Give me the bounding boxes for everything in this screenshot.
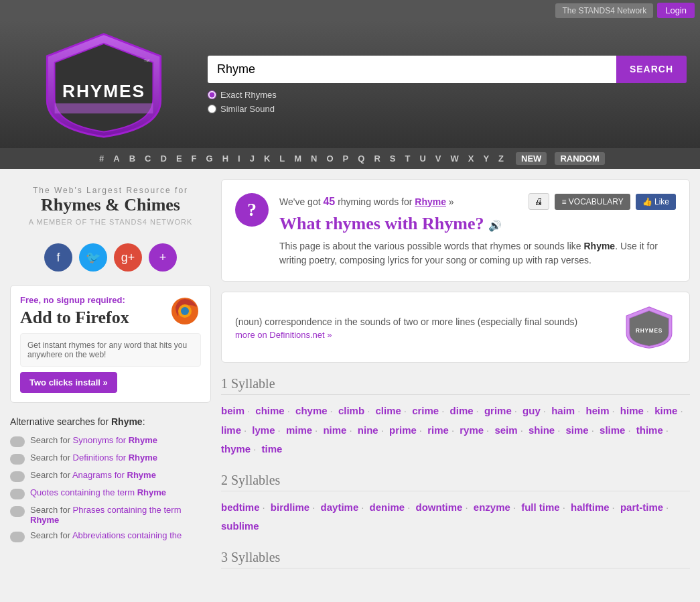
nav-t[interactable]: T <box>401 152 414 165</box>
nav-s[interactable]: S <box>386 152 400 165</box>
anagrams-link[interactable]: Anagrams for Rhyme <box>72 470 156 480</box>
rhyme-word[interactable]: grime <box>484 405 512 416</box>
rhyme-word[interactable]: lyme <box>252 424 275 436</box>
rhyme-word[interactable]: chime <box>255 405 284 416</box>
rhyme-word[interactable]: sime <box>566 424 589 436</box>
definitions-link[interactable]: Definitions for Rhyme <box>73 453 157 463</box>
rhyme-word[interactable]: rime <box>427 424 449 436</box>
synonyms-link[interactable]: Synonyms for Rhyme <box>73 435 157 445</box>
phrases-link[interactable]: Phrases containing the term Rhyme <box>30 505 181 525</box>
rhyme-word[interactable]: prime <box>389 424 417 436</box>
info-top: We've got 45 rhyming words for Rhyme » 🖨… <box>279 193 676 210</box>
facebook-icon[interactable]: f <box>44 243 72 272</box>
nav-new[interactable]: NEW <box>516 152 547 165</box>
alt-abbreviations: Search for Abbreviations containing the <box>10 528 211 545</box>
nav-y[interactable]: Y <box>479 152 493 165</box>
rhyme-word[interactable]: heim <box>585 405 609 416</box>
rhyme-word[interactable]: dime <box>450 405 474 416</box>
nav-d[interactable]: D <box>157 152 171 165</box>
definition-box: (noun) correspondence in the sounds of t… <box>221 292 690 363</box>
nav-m[interactable]: M <box>290 152 305 165</box>
rhyme-word[interactable]: thyme <box>221 443 251 455</box>
word-link[interactable]: Rhyme <box>415 196 446 207</box>
search-input[interactable] <box>208 56 616 83</box>
nav-h[interactable]: H <box>218 152 232 165</box>
nav-f[interactable]: F <box>188 152 201 165</box>
add-icon[interactable]: + <box>149 243 177 272</box>
rhyme-word[interactable]: guy <box>522 405 541 416</box>
rhyme-word[interactable]: ryme <box>460 424 484 436</box>
rhyme-word[interactable]: shine <box>529 424 555 436</box>
nav-p[interactable]: P <box>339 152 353 165</box>
rhyme-word[interactable]: sublime <box>221 520 259 532</box>
print-button[interactable]: 🖨 <box>529 193 549 210</box>
nav-a[interactable]: A <box>109 152 123 165</box>
nav-z[interactable]: Z <box>494 152 508 165</box>
vocabulary-button[interactable]: ≡ VOCABULARY <box>555 194 630 210</box>
rhyme-word[interactable]: time <box>262 443 283 455</box>
svg-text:RHYMES: RHYMES <box>62 81 145 101</box>
rhyme-word[interactable]: halftime <box>571 501 610 513</box>
rhyme-word[interactable]: haim <box>551 405 575 416</box>
googleplus-icon[interactable]: g+ <box>114 243 142 272</box>
nav-o[interactable]: O <box>322 152 337 165</box>
nav-q[interactable]: Q <box>354 152 368 165</box>
nav-b[interactable]: B <box>125 152 139 165</box>
nav-random[interactable]: RANDOM <box>555 152 605 165</box>
rhyme-word[interactable]: beim <box>221 405 244 416</box>
rhyme-word[interactable]: full time <box>521 501 560 513</box>
similar-sound-radio[interactable]: Similar Sound <box>208 104 687 114</box>
nav-x[interactable]: X <box>464 152 478 165</box>
rhyme-word[interactable]: nine <box>358 424 378 436</box>
rhyme-word[interactable]: downtime <box>415 501 462 513</box>
nav-i[interactable]: I <box>234 152 244 165</box>
rhyme-word[interactable]: birdlime <box>271 501 309 513</box>
rhyme-word[interactable]: seim <box>494 424 517 436</box>
rhyme-word[interactable]: mime <box>286 424 312 436</box>
sound-icon[interactable]: 🔊 <box>488 220 502 231</box>
rhyme-word[interactable]: bedtime <box>221 501 260 513</box>
nav-c[interactable]: C <box>141 152 155 165</box>
nav-l[interactable]: L <box>275 152 289 165</box>
rhyme-word[interactable]: slime <box>600 424 625 436</box>
nav-r[interactable]: R <box>370 152 384 165</box>
nav-j[interactable]: J <box>246 152 259 165</box>
quotes-link[interactable]: Quotes containing the term Rhyme <box>30 487 166 497</box>
rhyme-word[interactable]: climb <box>338 405 364 416</box>
nav-e[interactable]: E <box>172 152 186 165</box>
nav-v[interactable]: V <box>431 152 445 165</box>
bubble-icon <box>10 532 25 542</box>
rhyme-words-2: bedtime· birdlime· daytime· denime· down… <box>221 498 690 536</box>
info-actions: 🖨 ≡ VOCABULARY 👍 Like <box>529 193 676 210</box>
syllable-2-heading: 2 Syllables <box>221 473 690 491</box>
rhyme-word[interactable]: denime <box>370 501 405 513</box>
search-button[interactable]: SEARCH <box>616 56 687 83</box>
rhyme-word[interactable]: kime <box>654 405 677 416</box>
nav-u[interactable]: U <box>415 152 429 165</box>
network-button[interactable]: The STANDS4 Network <box>555 3 653 18</box>
definitions-net-link[interactable]: more on Definitions.net » <box>235 330 332 340</box>
rhyme-word[interactable]: nime <box>323 424 346 436</box>
rhyme-word[interactable]: crime <box>412 405 439 416</box>
rhyme-word[interactable]: enzyme <box>474 501 510 513</box>
login-button[interactable]: Login <box>657 3 695 18</box>
rhyme-word[interactable]: lime <box>221 424 241 436</box>
exact-rhymes-radio[interactable]: Exact Rhymes <box>208 90 687 100</box>
social-icons: f 🐦 g+ + <box>10 239 211 278</box>
like-button[interactable]: 👍 Like <box>636 194 676 210</box>
nav-n[interactable]: N <box>307 152 321 165</box>
rhyme-word[interactable]: part-time <box>620 501 663 513</box>
rhyme-word[interactable]: daytime <box>321 501 359 513</box>
nav-k[interactable]: K <box>260 152 274 165</box>
rhyme-word[interactable]: thime <box>636 424 663 436</box>
nav-g[interactable]: G <box>202 152 217 165</box>
rhyme-word[interactable]: clime <box>375 405 401 416</box>
nav-hash[interactable]: # <box>95 152 108 165</box>
rhyme-word[interactable]: hime <box>620 405 644 416</box>
rhyme-word[interactable]: chyme <box>295 405 328 416</box>
svg-text:RHYMES: RHYMES <box>636 328 662 334</box>
twitter-icon[interactable]: 🐦 <box>79 243 107 272</box>
nav-w[interactable]: W <box>446 152 462 165</box>
abbreviations-link[interactable]: Abbreviations containing the <box>72 530 182 540</box>
install-button[interactable]: Two clicks install » <box>20 372 117 393</box>
